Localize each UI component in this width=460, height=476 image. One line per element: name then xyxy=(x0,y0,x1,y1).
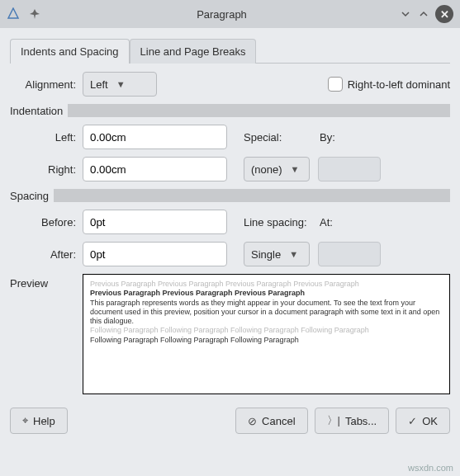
preview-prev-faint: Previous Paragraph Previous Paragraph Pr… xyxy=(90,280,443,289)
tab-bar: Indents and Spacing Line and Page Breaks xyxy=(10,38,450,64)
maximize-icon[interactable] xyxy=(417,7,430,21)
separator xyxy=(68,104,450,117)
preview-box: Previous Paragraph Previous Paragraph Pr… xyxy=(83,274,450,394)
line-spacing-label: Line spacing: xyxy=(244,216,320,229)
preview-follow-faint: Following Paragraph Following Paragraph … xyxy=(90,326,443,335)
alignment-label: Alignment: xyxy=(10,78,83,91)
cancel-label: Cancel xyxy=(262,415,295,427)
indent-right-label: Right: xyxy=(10,163,83,176)
footer: ⌖ Help ⊘ Cancel 〉| Tabs... ✓ OK xyxy=(10,408,450,434)
tabs-icon: 〉| xyxy=(327,413,340,428)
app-logo-icon xyxy=(7,7,20,21)
at-input-disabled xyxy=(318,242,381,266)
by-label: By: xyxy=(320,131,361,144)
special-combo[interactable]: (none) ▼ xyxy=(244,157,310,181)
line-spacing-combo[interactable]: Single ▼ xyxy=(244,242,310,266)
tabs-button[interactable]: 〉| Tabs... xyxy=(315,408,390,434)
minimize-icon[interactable] xyxy=(399,7,412,21)
preview-body: This paragraph represents words as they … xyxy=(90,299,443,327)
preview-follow-normal: Following Paragraph Following Paragraph … xyxy=(90,336,443,345)
spacing-heading: Spacing xyxy=(10,190,54,202)
chevron-down-icon: ▼ xyxy=(289,249,298,259)
at-label: At: xyxy=(320,216,353,229)
chevron-down-icon: ▼ xyxy=(291,164,300,174)
special-label: Special: xyxy=(244,131,303,144)
window-title: Paragraph xyxy=(56,8,387,21)
rtl-checkbox[interactable]: Right-to-left dominant xyxy=(328,77,450,92)
indent-right-input[interactable] xyxy=(83,157,227,181)
preview-prev-bold: Previous Paragraph Previous Paragraph Pr… xyxy=(90,289,443,298)
watermark: wsxdn.com xyxy=(408,463,453,473)
alignment-value: Left xyxy=(90,78,108,91)
chevron-down-icon: ▼ xyxy=(116,79,126,89)
preview-heading: Preview xyxy=(10,274,83,394)
after-label: After: xyxy=(10,248,83,261)
titlebar: Paragraph ✕ xyxy=(0,0,460,28)
line-spacing-value: Single xyxy=(251,248,281,261)
cancel-icon: ⊘ xyxy=(248,415,257,427)
help-icon: ⌖ xyxy=(22,414,28,427)
special-value: (none) xyxy=(251,163,282,176)
ok-button[interactable]: ✓ OK xyxy=(396,408,450,434)
tab-indents-spacing[interactable]: Indents and Spacing xyxy=(10,39,130,64)
separator xyxy=(54,189,450,202)
tab-line-page-breaks[interactable]: Line and Page Breaks xyxy=(130,39,257,64)
pin-icon[interactable] xyxy=(28,7,41,21)
help-label: Help xyxy=(33,415,55,427)
dialog-body: Indents and Spacing Line and Page Breaks… xyxy=(0,28,460,444)
after-input[interactable] xyxy=(83,242,227,266)
indent-left-input[interactable] xyxy=(83,125,227,149)
before-label: Before: xyxy=(10,216,83,229)
check-icon: ✓ xyxy=(408,415,417,427)
by-input-disabled xyxy=(318,157,381,181)
rtl-label: Right-to-left dominant xyxy=(348,78,450,91)
indentation-heading: Indentation xyxy=(10,105,68,117)
before-input[interactable] xyxy=(83,210,227,234)
alignment-combo[interactable]: Left ▼ xyxy=(83,72,157,97)
ok-label: OK xyxy=(422,415,438,427)
help-button[interactable]: ⌖ Help xyxy=(10,408,68,434)
indent-left-label: Left: xyxy=(10,131,83,144)
close-icon[interactable]: ✕ xyxy=(435,5,453,23)
checkbox-icon xyxy=(328,77,343,92)
cancel-button[interactable]: ⊘ Cancel xyxy=(235,408,307,434)
tabs-label: Tabs... xyxy=(345,415,377,427)
